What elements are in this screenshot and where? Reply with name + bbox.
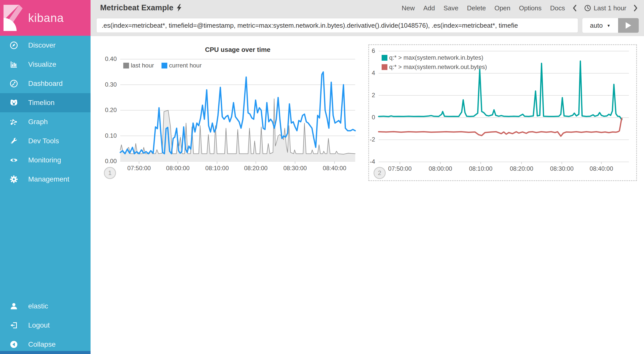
time-range-label: Last 1 hour: [594, 4, 626, 12]
compass-icon: [10, 41, 18, 50]
legend-swatch: [382, 55, 387, 61]
sidebar-item-label: Timelion: [28, 99, 55, 107]
sidebar-item-visualize[interactable]: Visualize: [0, 55, 91, 74]
sidebar-item-label: elastic: [28, 302, 48, 310]
sidebar-item-management[interactable]: Management: [0, 170, 91, 189]
legend-label: current hour: [169, 62, 202, 69]
chevron-left-icon: [573, 4, 577, 12]
chart-title: CPU usage over time: [120, 46, 355, 54]
y-tick-label: 0.20: [94, 107, 117, 114]
x-tick-label: 08:40:00: [580, 165, 623, 172]
sidebar-item-dev-tools[interactable]: Dev Tools: [0, 131, 91, 151]
page-title: Metricbeat Example: [100, 3, 173, 12]
legend-swatch: [162, 63, 167, 68]
menu-item-save[interactable]: Save: [439, 4, 463, 12]
timelion-query-input[interactable]: [96, 18, 578, 33]
x-tick-label: 08:40:00: [313, 165, 356, 172]
topbar: Metricbeat Example New Add Save Delete O…: [91, 0, 644, 36]
legend-label: q:* > max(system.network.in.bytes): [389, 54, 483, 61]
kibana-logo-icon: [4, 5, 23, 31]
chart-legend: q:* > max(system.network.in.bytes)q:* > …: [382, 54, 487, 70]
run-query-button[interactable]: [618, 18, 639, 33]
x-tick-label: 07:50:00: [379, 165, 421, 172]
legend-label: q:* > max(system.network.out.bytes): [389, 63, 487, 70]
x-tick-label: 08:10:00: [196, 165, 238, 172]
main-content: CPU usage over time last hourcurrent hou…: [91, 36, 644, 354]
kibana-logo-text: kibana: [28, 11, 64, 25]
timelion-icon: [10, 98, 18, 107]
sidebar: kibana Discover Visualize Dashboard Time…: [0, 0, 91, 354]
play-icon: [626, 22, 631, 29]
collapse-circle-icon: [10, 340, 18, 349]
sidebar-item-graph[interactable]: Graph: [0, 112, 91, 131]
sidebar-item-timelion[interactable]: Timelion: [0, 93, 91, 112]
chart-legend: last hourcurrent hour: [123, 62, 202, 69]
menu-item-add[interactable]: Add: [419, 4, 439, 12]
menu-item-options[interactable]: Options: [515, 4, 546, 12]
sidebar-bottom-strip: [0, 351, 91, 354]
sidebar-item-user-elastic[interactable]: elastic: [0, 297, 91, 316]
legend-item: q:* > max(system.network.out.bytes): [382, 63, 487, 70]
sidebar-item-logout[interactable]: Logout: [0, 316, 91, 335]
sidebar-item-label: Logout: [28, 321, 50, 329]
sidebar-item-label: Dev Tools: [28, 137, 59, 145]
y-tick-label: 6: [352, 47, 375, 54]
y-tick-label: -4: [352, 158, 375, 165]
y-tick-label: 0.40: [94, 55, 117, 62]
plot-area: [120, 59, 355, 161]
chart-number-badge: 1: [104, 167, 116, 179]
x-tick-label: 08:20:00: [500, 165, 543, 172]
menu-item-delete[interactable]: Delete: [463, 4, 490, 12]
gear-icon: [10, 175, 18, 184]
sidebar-item-label: Dashboard: [28, 80, 63, 88]
sidebar-item-label: Monitoring: [28, 156, 61, 164]
clock-icon: [584, 4, 591, 12]
sidebar-item-dashboard[interactable]: Dashboard: [0, 74, 91, 93]
x-tick-label: 08:20:00: [234, 165, 277, 172]
graph-network-icon: [10, 118, 18, 126]
x-tick-label: 08:00:00: [419, 165, 462, 172]
topbar-menu: New Add Save Delete Open Options Docs La…: [397, 0, 641, 16]
y-tick-label: 0.10: [94, 132, 117, 139]
legend-swatch: [123, 63, 129, 68]
sidebar-item-label: Visualize: [28, 60, 56, 68]
y-tick-label: -2: [352, 136, 375, 143]
legend-item: current hour: [162, 62, 202, 69]
lightning-bolt-icon: [177, 4, 182, 12]
menu-item-open[interactable]: Open: [490, 4, 515, 12]
legend-item: q:* > max(system.network.in.bytes): [382, 54, 487, 61]
menu-item-docs[interactable]: Docs: [546, 4, 569, 12]
time-back-button[interactable]: [569, 4, 580, 12]
time-forward-button[interactable]: [630, 4, 641, 12]
sidebar-item-label: Graph: [28, 118, 48, 126]
kibana-logo[interactable]: kibana: [0, 0, 91, 36]
logout-icon: [10, 321, 18, 330]
x-tick-label: 08:30:00: [540, 165, 583, 172]
chart-panel-1[interactable]: CPU usage over time last hourcurrent hou…: [103, 44, 368, 180]
eye-icon: [10, 156, 18, 164]
user-icon: [10, 302, 18, 310]
sidebar-item-label: Management: [28, 175, 69, 183]
chart-panel-2-selected[interactable]: q:* > max(system.network.in.bytes)q:* > …: [368, 44, 637, 181]
interval-value: auto: [590, 22, 603, 29]
sidebar-item-monitoring[interactable]: Monitoring: [0, 151, 91, 170]
legend-swatch: [382, 64, 387, 70]
x-tick-label: 08:00:00: [156, 165, 199, 172]
time-picker[interactable]: Last 1 hour: [580, 4, 630, 12]
menu-item-new[interactable]: New: [397, 4, 419, 12]
sidebar-footer: elastic Logout Collapse: [0, 297, 91, 354]
y-tick-label: 0: [352, 114, 375, 121]
y-tick-label: 2: [352, 92, 375, 99]
legend-label: last hour: [131, 62, 154, 69]
x-tick-label: 07:50:00: [118, 165, 160, 172]
wrench-icon: [10, 137, 18, 145]
sidebar-item-label: Discover: [28, 41, 56, 49]
sidebar-item-discover[interactable]: Discover: [0, 36, 91, 55]
chevron-right-icon: [633, 4, 638, 12]
dashboard-gauge-icon: [10, 79, 18, 88]
y-tick-label: 4: [352, 69, 375, 77]
legend-item: last hour: [123, 62, 154, 69]
interval-select[interactable]: auto ▼: [582, 18, 618, 33]
sheet-title: Metricbeat Example: [100, 3, 182, 12]
chevron-down-icon: ▼: [607, 23, 611, 28]
